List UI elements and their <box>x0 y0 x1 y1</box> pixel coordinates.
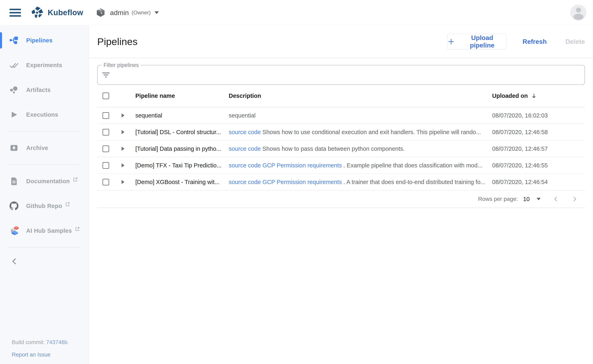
sidebar-item-artifacts[interactable]: Artifacts <box>0 78 89 102</box>
description-link[interactable]: GCP Permission requirements <box>262 179 342 185</box>
active-indicator <box>0 32 2 48</box>
expand-row-arrow-icon[interactable] <box>122 163 124 167</box>
pipeline-name-cell[interactable]: sequential <box>135 112 229 119</box>
rows-per-page-dropdown-icon[interactable] <box>537 198 541 200</box>
sidebar-item-documentation[interactable]: Documentation <box>0 169 89 194</box>
table-row[interactable]: [Tutorial] Data passing in pytho... sour… <box>97 141 585 157</box>
pipelines-table: Pipeline name Description Uploaded on se… <box>97 85 585 208</box>
description-cell: source code Shows how to use conditional… <box>229 129 492 136</box>
expand-row-arrow-icon[interactable] <box>122 147 124 151</box>
main-content: Pipelines Upload pipeline Refresh Delete… <box>89 25 593 364</box>
user-avatar[interactable] <box>570 5 586 21</box>
namespace-role: (Owner) <box>132 10 151 16</box>
page-title: Pipelines <box>97 36 137 47</box>
row-checkbox[interactable] <box>103 129 109 136</box>
description-link[interactable]: source code <box>229 129 261 135</box>
sidebar-item-label: Archive <box>26 145 48 151</box>
description-link[interactable]: GCP Permission requirements <box>262 162 342 169</box>
toolbar-actions: Upload pipeline Refresh Delete <box>447 34 585 49</box>
pipeline-name-cell[interactable]: [Demo] TFX - Taxi Tip Predictio... <box>135 162 229 169</box>
sidebar-item-pipelines[interactable]: Pipelines <box>0 28 89 53</box>
kubeflow-pipelines-app: Kubeflow admin (Owner) <box>0 0 593 364</box>
description-link[interactable]: source code <box>229 145 261 152</box>
pipeline-name-cell[interactable]: [Demo] XGBoost - Training wit... <box>135 179 229 185</box>
uploaded-on-cell: 08/07/2020, 16:02:03 <box>492 112 585 119</box>
github-icon <box>9 201 19 211</box>
table-header-row: Pipeline name Description Uploaded on <box>97 85 585 107</box>
page-header: Pipelines Upload pipeline Refresh Delete <box>89 25 593 58</box>
external-link-icon <box>65 202 70 207</box>
description-text: Shows how to pass data between python co… <box>262 145 405 152</box>
description-cell: source code GCP Permission requirements … <box>229 179 492 185</box>
table-row[interactable]: [Demo] XGBoost - Training wit... source … <box>97 174 585 190</box>
description-text: sequential <box>229 112 255 119</box>
pipelines-icon <box>9 36 19 45</box>
sidebar-item-label: Artifacts <box>26 87 51 93</box>
sidebar-item-github-repo[interactable]: Github Repo <box>0 194 89 218</box>
sort-descending-arrow-icon <box>531 93 537 99</box>
row-checkbox[interactable] <box>103 162 109 169</box>
external-link-icon <box>73 177 78 182</box>
sidebar-divider <box>8 131 81 131</box>
expand-row-arrow-icon[interactable] <box>122 113 124 117</box>
table-row[interactable]: sequential sequential 08/07/2020, 16:02:… <box>97 107 585 124</box>
namespace-selector[interactable]: admin (Owner) <box>96 8 159 17</box>
row-checkbox[interactable] <box>103 112 109 119</box>
row-checkbox[interactable] <box>103 145 109 152</box>
previous-page-chevron-icon[interactable] <box>552 195 560 203</box>
pipeline-name-cell[interactable]: [Tutorial] Data passing in pytho... <box>135 145 229 152</box>
table-body: sequential sequential 08/07/2020, 16:02:… <box>97 107 585 190</box>
archive-icon <box>9 143 19 153</box>
ai-hub-icon <box>9 226 19 235</box>
plus-icon <box>448 38 455 45</box>
sidebar-item-label: Executions <box>26 111 58 118</box>
select-all-checkbox[interactable] <box>103 92 109 99</box>
description-text: Shows how to use conditional execution a… <box>262 129 481 135</box>
upload-pipeline-button[interactable]: Upload pipeline <box>447 34 507 49</box>
description-cell: source code GCP Permission requirements … <box>229 162 492 169</box>
sidebar-item-archive[interactable]: Archive <box>0 136 89 160</box>
build-commit-label: Build commit: <box>12 339 46 345</box>
row-checkbox[interactable] <box>103 179 109 185</box>
hamburger-menu-icon[interactable] <box>10 8 21 17</box>
table-row[interactable]: [Tutorial] DSL - Control structur... sou… <box>97 124 585 141</box>
filter-input[interactable] <box>115 69 580 81</box>
filter-icon <box>102 72 110 78</box>
collapse-sidebar-chevron-left-icon[interactable] <box>11 257 19 265</box>
sidebar-item-ai-hub-samples[interactable]: AI Hub Samples <box>0 218 89 243</box>
sidebar-item-label: Experiments <box>26 62 62 69</box>
upload-pipeline-label: Upload pipeline <box>458 34 506 49</box>
sidebar-divider <box>8 164 81 165</box>
sidebar-item-executions[interactable]: Executions <box>0 102 89 127</box>
uploaded-on-cell: 08/07/2020, 12:46:54 <box>492 179 585 185</box>
sidebar-divider <box>8 247 81 247</box>
description-text: . Example pipeline that does classificat… <box>343 162 482 169</box>
description-link[interactable]: source code <box>229 179 261 185</box>
column-header-description[interactable]: Description <box>229 92 492 99</box>
table-row[interactable]: [Demo] TFX - Taxi Tip Predictio... sourc… <box>97 157 585 174</box>
rows-per-page-value[interactable]: 10 <box>523 196 530 202</box>
description-cell: sequential <box>229 112 492 119</box>
refresh-button[interactable]: Refresh <box>523 38 547 46</box>
brand-title: Kubeflow <box>48 8 83 17</box>
description-cell: source code Shows how to pass data betwe… <box>229 145 492 152</box>
experiments-icon <box>9 60 19 70</box>
next-page-chevron-icon[interactable] <box>571 195 578 203</box>
column-header-uploaded-on[interactable]: Uploaded on <box>492 92 585 99</box>
sidebar-item-label: Github Repo <box>26 203 62 209</box>
build-commit-line: Build commit: 743746b <box>12 339 68 345</box>
pipeline-name-cell[interactable]: [Tutorial] DSL - Control structur... <box>135 129 229 136</box>
build-commit-link[interactable]: 743746b <box>46 339 68 345</box>
filter-field[interactable]: Filter pipelines <box>97 65 585 85</box>
expand-row-arrow-icon[interactable] <box>122 130 124 134</box>
expand-row-arrow-icon[interactable] <box>122 180 124 184</box>
pagination-bar: Rows per page: 10 <box>97 190 585 208</box>
column-header-pipeline-name[interactable]: Pipeline name <box>135 92 229 99</box>
sidebar-item-label: AI Hub Samples <box>26 228 72 234</box>
description-link[interactable]: source code <box>229 162 261 169</box>
sidebar-item-label: Pipelines <box>26 37 52 44</box>
uploaded-on-cell: 08/07/2020, 12:46:57 <box>492 145 585 152</box>
report-issue-link[interactable]: Report an Issue <box>12 352 51 358</box>
external-link-icon <box>75 227 80 232</box>
sidebar-item-experiments[interactable]: Experiments <box>0 53 89 78</box>
